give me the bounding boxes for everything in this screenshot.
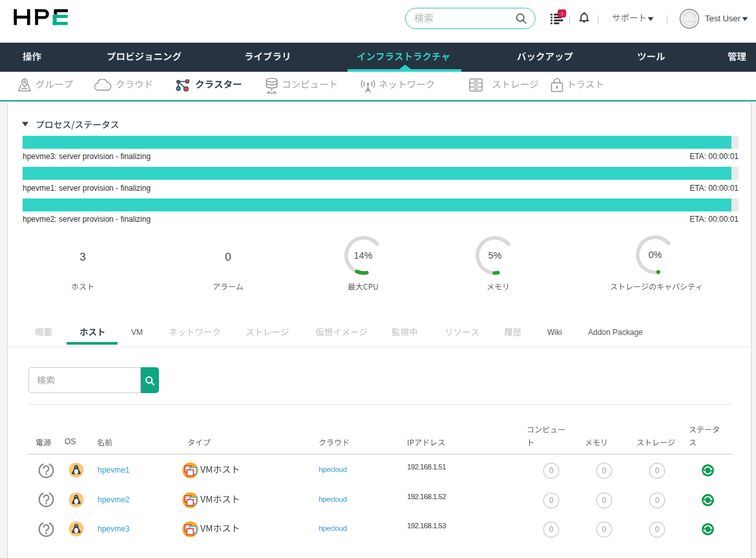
svg-text:0: 0 xyxy=(655,525,660,534)
svg-text:0: 0 xyxy=(655,466,660,475)
svg-text:0: 0 xyxy=(549,525,554,534)
svg-text:0: 0 xyxy=(549,466,554,475)
svg-text:0: 0 xyxy=(602,525,607,534)
svg-text:0: 0 xyxy=(602,496,607,505)
svg-text:3: 3 xyxy=(561,11,563,17)
svg-text:0: 0 xyxy=(549,496,554,505)
svg-text:0: 0 xyxy=(655,496,660,505)
svg-text:0: 0 xyxy=(602,466,607,475)
